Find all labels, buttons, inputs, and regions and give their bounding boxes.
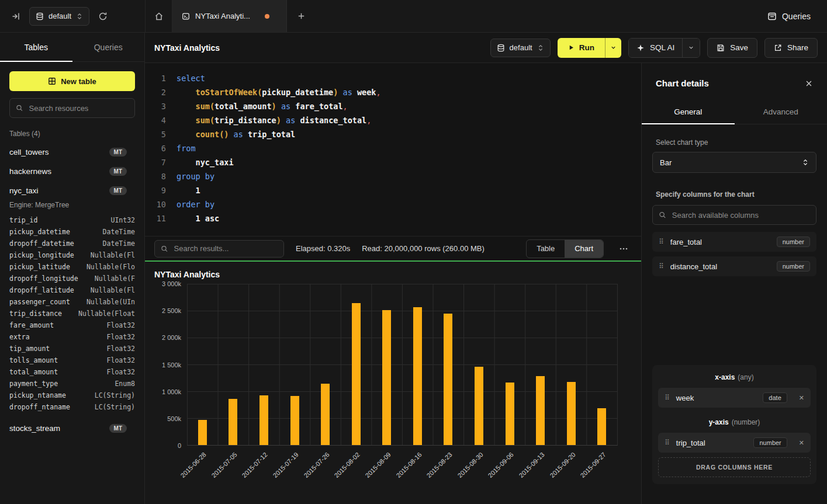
chart-bar[interactable] <box>567 382 576 445</box>
chart-bar[interactable] <box>198 420 207 445</box>
close-panel-button[interactable] <box>805 79 813 88</box>
columns-section-label: Specify columns for the chart <box>656 190 813 199</box>
plus-icon <box>297 12 306 20</box>
remove-column-icon[interactable]: ✕ <box>799 394 804 402</box>
more-options-button[interactable] <box>615 244 632 254</box>
y-tick-label: 0 <box>178 442 181 449</box>
resource-search-input[interactable] <box>27 103 129 113</box>
table-row[interactable]: stocks_streamMT <box>9 419 135 438</box>
run-button[interactable]: Run <box>558 38 605 58</box>
query-database-value: default <box>510 43 532 52</box>
code-text: sum(trip_distance) as distance_total, <box>177 113 371 127</box>
columns-search-input[interactable] <box>671 210 810 220</box>
chevron-down-icon <box>610 44 617 51</box>
code-text: order by <box>177 197 214 211</box>
chart-bar[interactable] <box>536 376 545 445</box>
sql-ai-options-button[interactable] <box>682 39 700 57</box>
remove-column-icon[interactable]: ✕ <box>799 439 804 447</box>
query-database-selector[interactable]: default <box>490 39 551 57</box>
code-text: select <box>177 71 205 85</box>
chart-type-select[interactable]: Bar <box>652 152 816 173</box>
tab-tables[interactable]: Tables <box>0 33 72 61</box>
y-tick-label: 500k <box>167 415 181 422</box>
available-column[interactable]: ⠿fare_totalnumber <box>652 232 816 252</box>
view-toggle-chart[interactable]: Chart <box>565 240 603 258</box>
code-line: 5 count() as trip_total <box>145 127 641 141</box>
chart-bar[interactable] <box>290 396 299 445</box>
chart-bar[interactable] <box>444 314 452 445</box>
tab-queries[interactable]: Queries <box>72 33 145 61</box>
chart-bar[interactable] <box>321 384 330 445</box>
table-row[interactable]: nyc_taxiMT <box>9 181 135 200</box>
x-axis-heading: x-axis(any) <box>658 373 811 381</box>
sidebar-tabs: Tables Queries <box>0 33 144 62</box>
query-header: NYTaxi Analytics default Run <box>145 33 827 63</box>
column-type: Nullable(Float <box>78 310 135 318</box>
column-row: passenger_countNullable(UIn <box>9 296 135 308</box>
resource-search <box>9 98 135 118</box>
drag-handle-icon[interactable]: ⠿ <box>665 394 670 401</box>
topbar-database-selector[interactable]: default <box>29 7 89 26</box>
chart-bar[interactable] <box>506 383 514 445</box>
chevron-down-icon <box>688 44 694 51</box>
bar-slot <box>556 284 587 445</box>
chart-bar[interactable] <box>229 399 237 445</box>
sql-editor[interactable]: 1select2 toStartOfWeek(pickup_datetime) … <box>145 63 641 236</box>
tab-advanced[interactable]: Advanced <box>735 100 827 124</box>
table-row[interactable]: hackernewsMT <box>9 162 135 181</box>
results-search <box>154 240 284 258</box>
chart-bar[interactable] <box>259 395 268 445</box>
search-icon <box>659 211 666 219</box>
query-tab-nytaxi[interactable]: NYTaxi Analyti... <box>172 0 287 32</box>
save-button[interactable]: Save <box>707 38 757 58</box>
chart-bar[interactable] <box>475 367 483 445</box>
line-number: 9 <box>145 183 166 197</box>
x-axis-chips: ⠿weekdate✕ <box>658 388 811 408</box>
editor-column: 1select2 toStartOfWeek(pickup_datetime) … <box>145 63 641 504</box>
drag-handle-icon[interactable]: ⠿ <box>659 263 664 270</box>
bar-slot <box>433 284 464 445</box>
collapse-sidebar-button[interactable] <box>7 8 25 25</box>
line-number: 3 <box>145 99 166 113</box>
run-split-button: Run <box>558 38 621 58</box>
table-row[interactable]: cell_towersMT <box>9 142 135 162</box>
drag-handle-icon[interactable]: ⠿ <box>659 238 664 245</box>
code-line: 7 nyc_taxi <box>145 155 641 169</box>
close-icon <box>805 79 813 88</box>
available-column[interactable]: ⠿distance_totalnumber <box>652 256 816 276</box>
axis-column-chip[interactable]: ⠿trip_totalnumber✕ <box>658 433 811 453</box>
refresh-button[interactable] <box>94 8 112 25</box>
drop-zone[interactable]: DRAG COLUMNS HERE <box>658 457 811 477</box>
code-line: 10order by <box>145 197 641 211</box>
tab-strip: NYTaxi Analyti... <box>145 0 315 32</box>
home-button[interactable] <box>146 0 172 32</box>
y-tick-label: 2 500k <box>162 307 181 314</box>
chart-bar[interactable] <box>597 408 606 445</box>
chart-bar[interactable] <box>413 307 422 445</box>
share-button[interactable]: Share <box>764 38 818 58</box>
chart-yticks: 3 000k2 500k2 000k1 500k1 000k500k0 <box>154 284 187 446</box>
sql-ai-button[interactable]: SQL AI <box>629 39 682 57</box>
axis-column-chip[interactable]: ⠿weekdate✕ <box>658 388 811 408</box>
drag-handle-icon[interactable]: ⠿ <box>665 439 670 446</box>
line-number: 10 <box>145 197 166 211</box>
results-search-input[interactable] <box>173 244 278 253</box>
chart-bar[interactable] <box>352 303 361 445</box>
view-toggle-table[interactable]: Table <box>527 240 565 258</box>
column-row: pickup_datetimeDateTime <box>9 226 135 238</box>
new-tab-button[interactable] <box>287 0 315 32</box>
tab-general[interactable]: General <box>642 100 735 124</box>
run-options-button[interactable] <box>605 38 621 58</box>
ellipsis-icon <box>619 244 628 253</box>
tab-tables-label: Tables <box>25 43 48 52</box>
column-name: fare_amount <box>9 321 54 329</box>
updown-chevron-icon <box>802 159 809 166</box>
chip-column-name: week <box>676 394 694 402</box>
column-row: pickup_longitudeNullable(Fl <box>9 249 135 261</box>
chart-bar[interactable] <box>382 310 391 445</box>
sql-ai-label: SQL AI <box>650 43 674 52</box>
line-number: 1 <box>145 71 166 85</box>
queries-button[interactable]: Queries <box>764 11 814 22</box>
code-line: 9 1 <box>145 183 641 197</box>
new-table-button[interactable]: New table <box>9 71 135 91</box>
